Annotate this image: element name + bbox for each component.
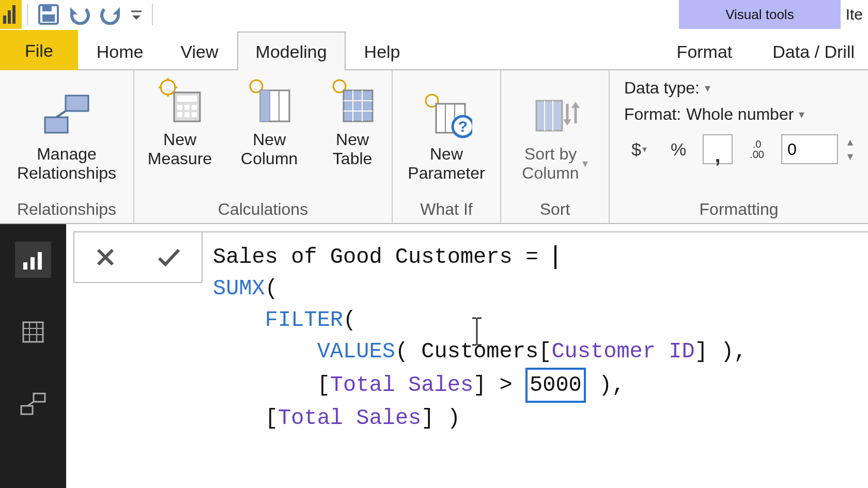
new-column-button[interactable]: New Column	[238, 73, 301, 170]
fn-sumx: SUMX	[213, 276, 265, 301]
formula-action-buttons	[73, 231, 203, 283]
new-measure-button[interactable]: New Measure	[145, 73, 215, 170]
tab-modeling[interactable]: Modeling	[237, 32, 346, 70]
separator	[27, 4, 28, 25]
new-table-icon	[327, 75, 378, 127]
svg-rect-17	[177, 105, 182, 110]
nav-data-view[interactable]	[15, 314, 51, 350]
svg-rect-52	[21, 406, 33, 414]
data-type-dropdown[interactable]: Data type: ▾	[624, 78, 854, 98]
fn-values: VALUES	[317, 339, 395, 364]
group-label-formatting: Formatting	[615, 199, 863, 221]
svg-rect-1	[8, 10, 11, 24]
new-parameter-label: New Parameter	[408, 145, 485, 183]
tab-file[interactable]: File	[0, 30, 78, 70]
format-label: Format:	[624, 105, 681, 124]
group-calculations: New Measure New Column New Table Calcula…	[134, 70, 393, 223]
group-label-whatif: What If	[398, 199, 495, 221]
nav-report-view[interactable]	[15, 242, 51, 278]
redo-button[interactable]	[95, 0, 126, 29]
new-column-label: New Column	[241, 130, 298, 168]
svg-rect-46	[23, 322, 43, 342]
chevron-down-icon: ▾	[799, 108, 804, 121]
commit-formula-button[interactable]	[156, 246, 182, 269]
manage-relationships-button[interactable]: Manage Relationships	[14, 88, 119, 185]
currency-format-button[interactable]: $▾	[624, 134, 654, 164]
measure-total-sales-2: Total Sales	[278, 406, 421, 431]
cancel-formula-button[interactable]	[94, 246, 117, 269]
group-label-relationships: Relationships	[5, 199, 128, 221]
tab-data-drill[interactable]: Data / Drill	[762, 32, 865, 70]
new-parameter-button[interactable]: ? New Parameter	[405, 88, 488, 185]
sort-by-column-label: Sort by Column▾	[522, 145, 587, 183]
save-button[interactable]	[33, 0, 64, 29]
tab-home[interactable]: Home	[78, 32, 162, 70]
sort-by-column-button[interactable]: Sort by Column▾	[519, 88, 591, 185]
group-formatting: Data type: ▾ Format: Whole number ▾ $▾ %…	[610, 70, 868, 223]
svg-rect-29	[344, 90, 373, 121]
formula-bar: Sales of Good Customers = SUMX( FILTER( …	[73, 231, 868, 488]
svg-rect-44	[30, 257, 35, 270]
contextual-tab-visual-tools[interactable]: Visual tools	[679, 0, 841, 29]
format-dropdown[interactable]: Format: Whole number ▾	[624, 105, 854, 124]
group-whatif: ? New Parameter What If	[393, 70, 501, 223]
svg-rect-21	[184, 112, 190, 117]
quick-access-toolbar: Visual tools Ite	[0, 0, 868, 29]
chevron-down-icon: ▾	[705, 82, 710, 95]
svg-rect-19	[192, 105, 197, 110]
tab-view[interactable]: View	[162, 32, 237, 70]
svg-rect-7	[66, 96, 88, 111]
svg-rect-51	[34, 393, 45, 402]
svg-rect-20	[177, 112, 182, 117]
group-label-calculations: Calculations	[140, 199, 386, 221]
new-table-label: New Table	[333, 130, 373, 168]
new-measure-label: New Measure	[148, 130, 212, 168]
separator	[152, 4, 153, 25]
new-measure-icon	[154, 75, 206, 127]
svg-rect-22	[192, 112, 197, 117]
svg-rect-5	[42, 14, 55, 22]
ribbon: Manage Relationships Relationships New M…	[0, 69, 868, 224]
customize-qat[interactable]	[126, 0, 147, 29]
work-area: Iter Sales of Good Customers = SUMX( FIL…	[0, 224, 868, 488]
format-value: Whole number	[686, 105, 794, 124]
svg-rect-2	[12, 5, 16, 24]
canvas[interactable]: Iter Sales of Good Customers = SUMX( FIL…	[66, 224, 868, 488]
cutoff-text: Ite	[841, 0, 868, 29]
text-cursor-icon	[469, 253, 599, 410]
app-icon	[0, 0, 22, 29]
svg-rect-16	[177, 96, 197, 102]
svg-rect-45	[38, 252, 42, 270]
group-sort: Sort by Column▾ Sort	[501, 70, 610, 223]
sort-icon	[529, 90, 581, 141]
relationships-icon	[41, 90, 92, 141]
tab-format[interactable]: Format	[667, 32, 743, 70]
decimal-places-input[interactable]	[781, 134, 838, 164]
new-table-button[interactable]: New Table	[323, 73, 381, 170]
measure-total-sales: Total Sales	[330, 373, 473, 398]
ribbon-tabs: File Home View Modeling Help Format Data…	[0, 29, 868, 69]
svg-rect-8	[45, 117, 68, 133]
data-type-label: Data type:	[624, 78, 700, 98]
manage-relationships-label: Manage Relationships	[17, 145, 116, 183]
svg-line-9	[56, 111, 66, 117]
percent-format-button[interactable]: %	[663, 134, 693, 164]
svg-rect-4	[42, 5, 52, 11]
svg-rect-40	[536, 101, 562, 131]
fn-filter: FILTER	[265, 308, 343, 333]
new-column-icon	[243, 75, 295, 127]
svg-point-10	[161, 80, 175, 95]
thousands-separator-button[interactable]: ,	[703, 134, 733, 164]
group-relationships: Manage Relationships Relationships	[0, 70, 134, 223]
chevron-down-icon: ▾	[582, 157, 588, 170]
undo-button[interactable]	[64, 0, 95, 29]
parameter-icon: ?	[421, 90, 472, 141]
contextual-tabs: Visual tools Ite	[679, 0, 868, 29]
nav-model-view[interactable]	[15, 386, 51, 422]
formula-measure-name: Sales of Good Customers	[213, 245, 513, 270]
tab-help[interactable]: Help	[346, 32, 419, 70]
spinner[interactable]: ▴▾	[847, 135, 853, 163]
svg-rect-27	[260, 90, 270, 121]
chevron-down-icon: ▾	[642, 144, 647, 155]
formula-editor[interactable]: Sales of Good Customers = SUMX( FILTER( …	[203, 231, 868, 488]
